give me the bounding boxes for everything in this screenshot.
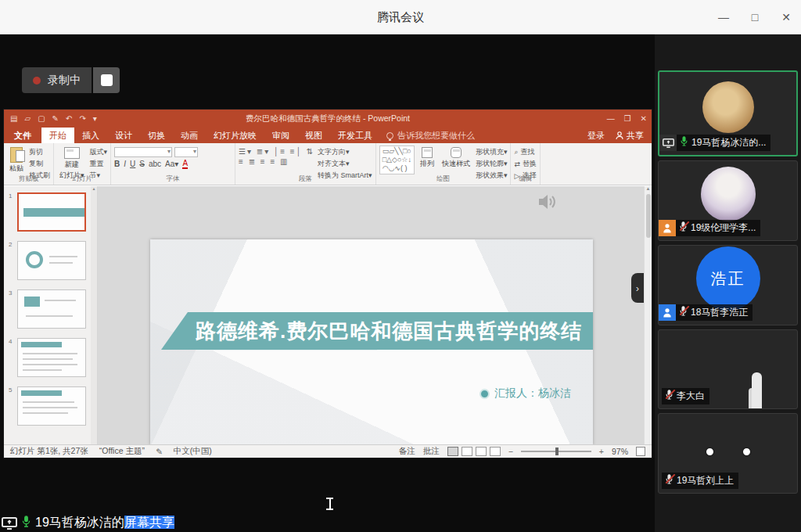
italic-button[interactable]: I bbox=[124, 160, 126, 168]
save-icon[interactable]: ▤ bbox=[10, 114, 17, 123]
speaker-icon[interactable] bbox=[537, 192, 558, 214]
paste-button[interactable]: 粘贴 bbox=[7, 146, 26, 175]
app-titlebar: 腾讯会议 — □ ✕ bbox=[0, 0, 801, 34]
group-slides: 新建 幻灯片▾ 版式▾ 重置 节▾ 幻灯片 bbox=[54, 143, 111, 185]
normal-view-icon[interactable] bbox=[447, 447, 458, 456]
avatar-initials: 浩正 bbox=[711, 268, 745, 289]
participant-tile-4[interactable]: 李大白 bbox=[658, 329, 798, 409]
tab-file[interactable]: 文件 bbox=[4, 128, 41, 143]
tab-developer[interactable]: 开发工具 bbox=[330, 128, 380, 143]
shape-fill-button[interactable]: 形状填充▾ bbox=[476, 147, 508, 157]
thumbnail-scrollbar[interactable] bbox=[91, 186, 97, 444]
ppt-close-icon[interactable]: ✕ bbox=[641, 114, 647, 123]
zoom-slider-thumb[interactable] bbox=[555, 448, 559, 455]
minimize-icon[interactable]: — bbox=[715, 11, 732, 23]
bold-button[interactable]: B bbox=[114, 160, 120, 168]
powerpoint-window: ▤ ▱ ▢ ✎ ↶ ↷ ▾ 费尔巴哈和德国古典哲学的终结 - PowerPoin… bbox=[4, 110, 652, 458]
ppt-status-bar: 幻灯片 第1张, 共27张 “Office 主题” ✎ 中文(中国) 备注 批注… bbox=[4, 444, 652, 458]
slide-thumbnail-1[interactable]: 1 bbox=[9, 192, 97, 232]
sharer-name: 19马哲杨冰洁的 bbox=[35, 516, 124, 529]
spellcheck-icon[interactable]: ✎ bbox=[156, 447, 163, 456]
undo-icon[interactable]: ↶ bbox=[66, 114, 72, 123]
participant-tile-3[interactable]: 浩正 18马哲李浩正 bbox=[658, 245, 798, 325]
ribbon: 粘贴 剪切 复制 格式刷 剪贴板 新建 幻灯片▾ 版式▾ 重置 bbox=[4, 143, 652, 185]
copy-button[interactable]: 复制 bbox=[29, 159, 50, 169]
pen-icon[interactable]: ✎ bbox=[52, 114, 59, 123]
stop-recording-button[interactable] bbox=[93, 67, 120, 93]
current-slide[interactable]: 路德维希.费尔巴哈和德国古典哲学的终结 汇报人：杨冰洁 bbox=[150, 239, 593, 444]
slide-thumbnail-2[interactable]: 2 bbox=[9, 241, 97, 280]
cut-button[interactable]: 剪切 bbox=[29, 147, 50, 157]
char-spacing-button[interactable]: abc bbox=[149, 160, 161, 168]
font-format-buttons: B I U S abc Aa▾ A bbox=[114, 159, 232, 169]
new-icon[interactable]: ▢ bbox=[38, 114, 45, 123]
tab-home[interactable]: 开始 bbox=[41, 128, 74, 143]
notes-button[interactable]: 备注 bbox=[399, 446, 415, 457]
zoom-slider[interactable] bbox=[521, 451, 591, 452]
slide-thumbnail-4[interactable]: 4 bbox=[9, 338, 97, 377]
slide-thumbnail-5[interactable]: 5 bbox=[9, 386, 97, 426]
role-person-icon bbox=[659, 220, 676, 236]
login-button[interactable]: 登录 bbox=[587, 130, 605, 142]
zoom-in-button[interactable]: + bbox=[599, 447, 604, 456]
strikethrough-button[interactable]: S bbox=[139, 160, 145, 168]
tell-me-box[interactable]: 告诉我您想要做什么 bbox=[380, 128, 481, 143]
share-banner-text: 19马哲杨冰洁的屏幕共享 bbox=[35, 515, 174, 531]
paragraph-icons-row2[interactable]: ≡ ≣ ≡ ≡ ▥ bbox=[239, 157, 314, 166]
slide-sorter-icon[interactable] bbox=[462, 447, 472, 456]
participant-tile-2[interactable]: 19级伦理学李... bbox=[658, 160, 798, 241]
underline-button[interactable]: U bbox=[130, 160, 135, 168]
layout-button[interactable]: 版式▾ bbox=[90, 147, 108, 157]
participant-tile-1[interactable]: 19马哲杨冰洁的... bbox=[658, 70, 798, 156]
tab-transitions[interactable]: 切换 bbox=[140, 128, 173, 143]
replace-button[interactable]: ⇄替换 bbox=[514, 159, 537, 169]
font-size-combo[interactable] bbox=[174, 147, 198, 157]
slide-thumbnail-3[interactable]: 3 bbox=[9, 289, 97, 329]
drawing-group-label: 绘图 bbox=[376, 174, 511, 184]
tab-view[interactable]: 视图 bbox=[297, 128, 330, 143]
slide-thumbnail-panel: 1 2 3 4 5 bbox=[4, 186, 98, 444]
zoom-level[interactable]: 97% bbox=[612, 447, 628, 456]
redo-icon[interactable]: ↷ bbox=[79, 114, 85, 123]
role-person-icon bbox=[659, 304, 676, 321]
paragraph-icons-row1[interactable]: ☰▾ ≣▾ │≡ ≡│ ⇅ bbox=[239, 147, 314, 156]
reading-view-icon[interactable] bbox=[476, 447, 487, 456]
sidebar-collapse-handle[interactable]: › bbox=[631, 273, 644, 303]
quick-styles-button[interactable]: 快速样式 bbox=[440, 146, 472, 171]
qat-dropdown-icon[interactable]: ▾ bbox=[93, 114, 97, 123]
find-button[interactable]: ⌕查找 bbox=[514, 147, 537, 157]
text-direction-button[interactable]: 文字方向▾ bbox=[318, 147, 372, 157]
fit-slide-icon[interactable] bbox=[636, 447, 645, 456]
change-case-button[interactable]: Aa▾ bbox=[165, 160, 178, 168]
ppt-share-label: 共享 bbox=[627, 130, 644, 142]
align-text-button[interactable]: 对齐文本▾ bbox=[318, 159, 372, 169]
shapes-gallery[interactable]: ▭▱╲╲□○ □△◇○☆↓ ◠◡∿( ) bbox=[379, 146, 415, 174]
ppt-maximize-icon[interactable]: ❒ bbox=[624, 114, 631, 123]
tab-slideshow[interactable]: 幻灯片放映 bbox=[206, 128, 264, 143]
paragraph-group-label: 段落 bbox=[235, 174, 375, 184]
language-indicator[interactable]: 中文(中国) bbox=[174, 446, 212, 457]
theme-name: “Office 主题” bbox=[99, 446, 145, 457]
open-icon[interactable]: ▱ bbox=[24, 114, 31, 123]
tab-design[interactable]: 设计 bbox=[107, 128, 140, 143]
canvas-scrollbar[interactable] bbox=[644, 186, 652, 444]
close-icon[interactable]: ✕ bbox=[778, 11, 795, 23]
maximize-icon[interactable]: □ bbox=[746, 11, 763, 23]
arrange-label: 排列 bbox=[420, 159, 434, 169]
participant-tile-5[interactable]: 19马哲刘上上 bbox=[658, 413, 798, 494]
ppt-minimize-icon[interactable]: — bbox=[607, 114, 615, 123]
participant-label: 李大白 bbox=[659, 388, 709, 404]
comments-button[interactable]: 批注 bbox=[423, 446, 440, 457]
arrange-button[interactable]: 排列 bbox=[418, 146, 436, 171]
tab-review[interactable]: 审阅 bbox=[264, 128, 297, 143]
zoom-out-button[interactable]: − bbox=[508, 447, 513, 456]
quick-access-toolbar: ▤ ▱ ▢ ✎ ↶ ↷ ▾ bbox=[4, 114, 97, 123]
shape-outline-button[interactable]: 形状轮廓▾ bbox=[476, 159, 508, 169]
slideshow-icon[interactable] bbox=[490, 447, 501, 456]
tab-animations[interactable]: 动画 bbox=[173, 128, 206, 143]
tab-insert[interactable]: 插入 bbox=[74, 128, 107, 143]
font-color-button[interactable]: A bbox=[182, 159, 188, 169]
font-name-combo[interactable] bbox=[114, 147, 172, 157]
reset-button[interactable]: 重置 bbox=[90, 159, 108, 169]
ppt-share-button[interactable]: 共享 bbox=[616, 130, 644, 142]
